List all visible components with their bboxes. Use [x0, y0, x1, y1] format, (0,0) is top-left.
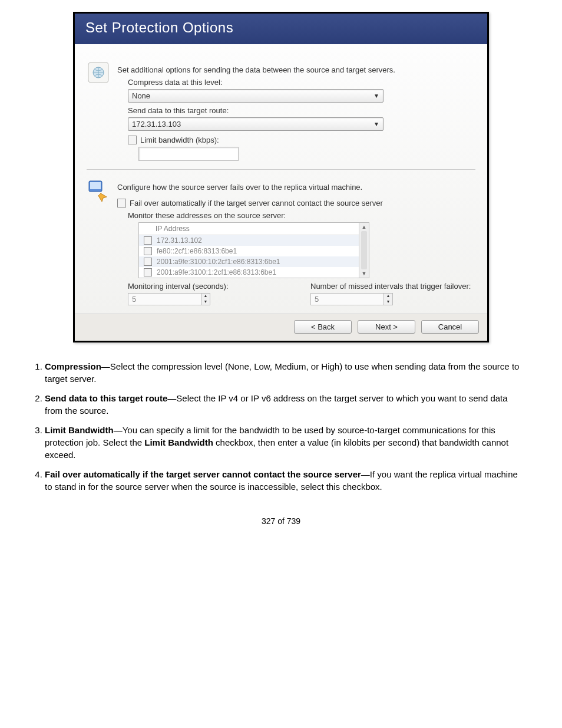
list-item[interactable]: 172.31.13.102: [139, 235, 369, 246]
route-value: 172.31.13.103: [132, 120, 181, 129]
route-dropdown[interactable]: 172.31.13.103 ▼: [128, 117, 384, 131]
dialog-title: Set Protection Options: [75, 14, 487, 44]
scroll-down-icon[interactable]: ▼: [362, 271, 367, 276]
back-button[interactable]: < Back: [294, 320, 352, 334]
failover-auto-checkbox[interactable]: [117, 199, 126, 207]
list-item[interactable]: 2001:a9fe:3100:1:2cf1:e86:8313:6be1: [139, 267, 369, 278]
missed-label: Number of missed intervals that trigger …: [310, 282, 475, 291]
missed-value[interactable]: 5: [310, 293, 384, 305]
page-number: 327 of 739: [12, 516, 550, 526]
dialog-body: Set additional options for sending the d…: [75, 44, 487, 314]
compress-value: None: [132, 91, 150, 100]
row-checkbox[interactable]: [144, 268, 152, 276]
spin-up-icon[interactable]: ▲: [201, 294, 210, 299]
monitor-label: Monitor these addresses on the source se…: [128, 211, 475, 220]
dialog-window: Set Protection Options Set additional op…: [73, 12, 489, 342]
doc-item-1: Compression—Select the compression level…: [45, 360, 527, 385]
section-divider: [87, 169, 475, 170]
spin-up-icon[interactable]: ▲: [384, 294, 392, 299]
dialog-button-row: < Back Next > Cancel: [75, 314, 487, 341]
section-failover: Configure how the source server fails ov…: [87, 172, 475, 309]
limit-bandwidth-input[interactable]: [138, 147, 239, 161]
compress-dropdown[interactable]: None ▼: [128, 89, 384, 103]
section-intro: Set additional options for sending the d…: [117, 65, 475, 74]
scrollbar[interactable]: ▲ ▼: [359, 223, 369, 278]
doc-item-2: Send data to this target route—Select th…: [45, 392, 527, 417]
cancel-button[interactable]: Cancel: [421, 320, 479, 334]
ip-column-header: IP Address: [139, 223, 369, 235]
missed-spinner[interactable]: 5 ▲▼: [310, 293, 393, 305]
next-button[interactable]: Next >: [358, 320, 415, 334]
ip-address-list[interactable]: IP Address 172.31.13.102 fe80::2cf1:e86:…: [138, 222, 369, 278]
ip-cell: 172.31.13.102: [157, 236, 202, 245]
doc-item-3: Limit Bandwidth—You can specify a limit …: [45, 424, 527, 461]
term: Limit Bandwidth: [45, 425, 114, 435]
scroll-thumb[interactable]: [361, 231, 367, 269]
list-item[interactable]: 2001:a9fe:3100:10:2cf1:e86:8313:6be1: [139, 256, 369, 267]
gear-globe-icon: [87, 62, 110, 85]
limit-bandwidth-checkbox[interactable]: [128, 136, 137, 144]
row-checkbox[interactable]: [144, 247, 152, 255]
limit-bandwidth-label: Limit bandwidth (kbps):: [140, 136, 219, 144]
section-protection: Set additional options for sending the d…: [87, 55, 475, 164]
svg-rect-3: [90, 182, 101, 189]
ip-cell: fe80::2cf1:e86:8313:6be1: [157, 247, 237, 255]
term: Fail over automatically if the target se…: [45, 469, 361, 479]
server-transfer-icon: [87, 179, 110, 203]
chevron-down-icon: ▼: [373, 121, 379, 127]
spin-down-icon[interactable]: ▼: [384, 299, 392, 305]
doc-ordered-list: Compression—Select the compression level…: [12, 360, 527, 493]
ip-cell: 2001:a9fe:3100:1:2cf1:e86:8313:6be1: [157, 268, 276, 276]
term: Compression: [45, 361, 101, 371]
interval-label: Monitoring interval (seconds):: [128, 282, 293, 291]
spin-down-icon[interactable]: ▼: [201, 299, 210, 305]
term2: Limit Bandwidth: [144, 437, 213, 447]
body: —Select the compression level (None, Low…: [45, 361, 519, 384]
doc-item-4: Fail over automatically if the target se…: [45, 468, 527, 493]
failover-auto-label: Fail over automatically if the target se…: [130, 199, 383, 207]
chevron-down-icon: ▼: [373, 93, 379, 99]
interval-value[interactable]: 5: [128, 293, 201, 305]
failover-intro: Configure how the source server fails ov…: [117, 183, 475, 192]
list-item[interactable]: fe80::2cf1:e86:8313:6be1: [139, 246, 369, 256]
row-checkbox[interactable]: [144, 258, 152, 266]
interval-spinner[interactable]: 5 ▲▼: [128, 293, 210, 305]
scroll-up-icon[interactable]: ▲: [362, 224, 367, 230]
term: Send data to this target route: [45, 393, 167, 403]
compress-label: Compress data at this level:: [128, 78, 475, 87]
row-checkbox[interactable]: [144, 236, 152, 245]
ip-cell: 2001:a9fe:3100:10:2cf1:e86:8313:6be1: [157, 258, 280, 266]
route-label: Send data to this target route:: [128, 106, 475, 115]
